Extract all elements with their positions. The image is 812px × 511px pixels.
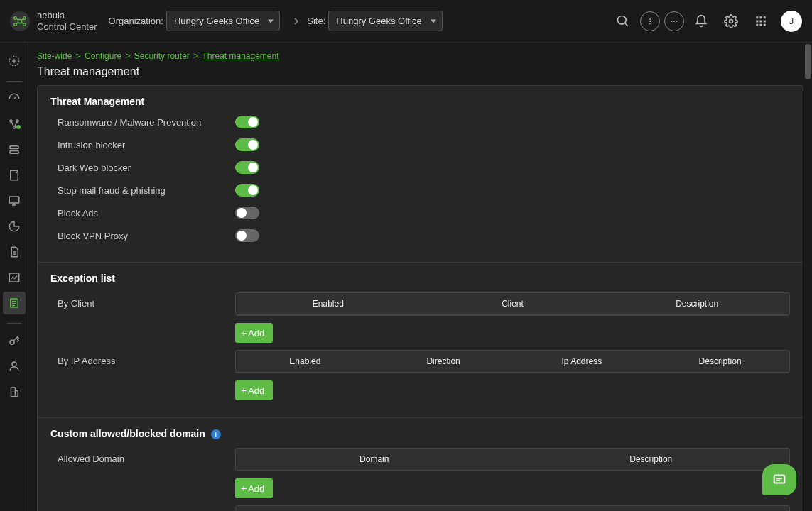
- sidebar-item-report[interactable]: [3, 164, 26, 187]
- threat-title: Threat Management: [50, 96, 790, 107]
- user-avatar[interactable]: J: [781, 11, 802, 32]
- apps-grid-icon[interactable]: [748, 9, 774, 34]
- search-icon[interactable]: [610, 9, 636, 34]
- add-client-button[interactable]: +Add: [235, 323, 273, 343]
- sidebar: [0, 43, 28, 511]
- toggle-switch[interactable]: [235, 207, 259, 219]
- brand-line1: nebula: [37, 10, 97, 21]
- by-client-label: By Client: [58, 292, 235, 343]
- allowed-domain-label: Allowed Domain: [58, 448, 235, 498]
- toggle-switch[interactable]: [235, 184, 259, 197]
- plus-icon: +: [241, 385, 247, 396]
- sidebar-item-dashboard[interactable]: [3, 87, 26, 110]
- topbar: nebula Control Center Organization: Hung…: [0, 0, 812, 43]
- svg-rect-32: [10, 146, 18, 149]
- main-panel: Threat Management Ransomware / Malware P…: [37, 85, 803, 511]
- settings-icon[interactable]: [718, 9, 744, 34]
- svg-point-12: [671, 21, 673, 22]
- table-header: Domain: [236, 506, 513, 511]
- svg-point-15: [730, 19, 733, 23]
- toggle-switch[interactable]: [235, 138, 259, 151]
- svg-point-11: [650, 23, 651, 23]
- caret-down-icon: [268, 19, 274, 23]
- svg-point-3: [14, 23, 17, 26]
- threat-toggle-label: Stop mail fraud & phishing: [58, 185, 235, 196]
- brand-line2: Control Center: [37, 21, 97, 33]
- blocked-domain-table: DomainDescription: [235, 505, 790, 511]
- table-header: Domain: [236, 449, 513, 470]
- exception-title: Exception list: [50, 273, 790, 284]
- breadcrumb-threat-management[interactable]: Threat management: [202, 51, 278, 61]
- table-header: Enabled: [236, 293, 421, 314]
- svg-rect-23: [760, 23, 762, 26]
- sidebar-item-security[interactable]: [3, 292, 26, 314]
- breadcrumb-sitewide[interactable]: Site-wide: [37, 51, 72, 61]
- chevron-right-icon: [290, 15, 303, 28]
- svg-line-5: [16, 18, 18, 20]
- breadcrumb-configure[interactable]: Configure: [85, 51, 121, 61]
- sidebar-item-piechало[interactable]: [3, 215, 26, 238]
- threat-toggle-label: Block VPN Proxy: [58, 231, 235, 241]
- caret-down-icon: [431, 19, 436, 23]
- threat-toggle-label: Block Ads: [58, 208, 235, 219]
- svg-point-0: [18, 19, 22, 23]
- sidebar-item-doc[interactable]: [3, 241, 26, 263]
- sidebar-item-monitor[interactable]: [3, 189, 26, 212]
- site-label: Site:: [307, 16, 325, 26]
- chat-button[interactable]: [762, 464, 796, 495]
- sidebar-item-key[interactable]: [3, 329, 26, 352]
- table-header: Ip Address: [513, 351, 651, 372]
- sidebar-item-add[interactable]: [3, 50, 26, 72]
- svg-rect-16: [756, 16, 758, 18]
- by-client-table: EnabledClientDescription: [235, 292, 790, 316]
- sidebar-item-building[interactable]: [3, 380, 26, 403]
- add-ip-button[interactable]: +Add: [235, 380, 273, 400]
- brand: nebula Control Center: [37, 10, 97, 32]
- plus-icon: +: [241, 327, 247, 339]
- table-header: Direction: [374, 351, 513, 372]
- sidebar-item-topology[interactable]: [3, 113, 26, 136]
- toggle-switch[interactable]: [235, 229, 259, 242]
- svg-rect-36: [9, 197, 19, 203]
- scrollbar[interactable]: [803, 43, 812, 511]
- toggle-switch[interactable]: [235, 161, 259, 174]
- svg-point-46: [10, 340, 14, 344]
- ellipsis-icon[interactable]: [664, 11, 684, 31]
- main-content: Site-wide > Configure > Security router …: [28, 43, 803, 511]
- svg-point-47: [12, 362, 16, 366]
- threat-toggle-row: Stop mail fraud & phishing: [50, 184, 790, 197]
- toggle-switch[interactable]: [235, 116, 259, 128]
- blocked-domain-label: Blocked Domain: [58, 505, 235, 511]
- organization-value: Hungry Geeks Office: [174, 16, 259, 26]
- site-selector[interactable]: Hungry Geeks Office: [328, 11, 442, 31]
- svg-point-9: [618, 16, 627, 24]
- help-icon[interactable]: [640, 11, 660, 31]
- svg-rect-20: [760, 20, 762, 22]
- organization-selector[interactable]: Hungry Geeks Office: [166, 11, 280, 31]
- threat-toggle-row: Block Ads: [50, 207, 790, 219]
- sidebar-item-trend[interactable]: [3, 266, 26, 289]
- plus-icon: +: [241, 483, 247, 494]
- sidebar-item-user[interactable]: [3, 355, 26, 378]
- threat-management-section: Threat Management Ransomware / Malware P…: [38, 86, 803, 262]
- sidebar-item-stack[interactable]: [3, 138, 26, 161]
- svg-point-4: [23, 23, 26, 26]
- logo-icon: [10, 11, 30, 31]
- add-label: Add: [248, 328, 264, 339]
- svg-rect-22: [756, 23, 758, 26]
- scrollbar-thumb[interactable]: [805, 44, 811, 79]
- add-allowed-domain-button[interactable]: +Add: [235, 478, 273, 498]
- info-icon[interactable]: i: [211, 429, 221, 439]
- by-ip-table: EnabledDirectionIp AddressDescription: [235, 350, 790, 373]
- breadcrumb-security-router[interactable]: Security router: [134, 51, 190, 61]
- domain-title-text: Custom allowed/blocked domain: [50, 428, 205, 439]
- table-header: Description: [605, 293, 789, 314]
- blocked-domain: Blocked Domain DomainDescription +Add: [50, 505, 790, 511]
- table-header: Client: [421, 293, 605, 314]
- svg-rect-17: [760, 16, 762, 18]
- exception-by-ip: By IP Address EnabledDirectionIp Address…: [50, 350, 790, 400]
- by-ip-label: By IP Address: [58, 350, 235, 400]
- site-value: Hungry Geeks Office: [336, 16, 421, 26]
- notification-icon[interactable]: [688, 9, 714, 34]
- svg-rect-49: [15, 391, 18, 397]
